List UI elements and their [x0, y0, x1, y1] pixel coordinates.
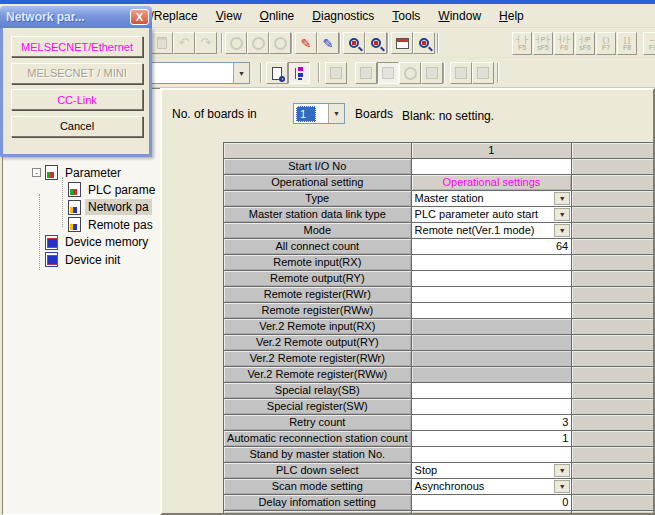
row-value-cell[interactable]: Asynchronous▼: [412, 479, 573, 495]
chevron-down-icon[interactable]: ▼: [554, 192, 570, 205]
row-value-cell[interactable]: Station information: [412, 511, 573, 515]
boards-row: No. of boards in 1 ▼ Boards Blank: no se…: [162, 102, 653, 126]
row-value-cell[interactable]: [412, 287, 573, 303]
menu-item-tools[interactable]: Tools: [383, 6, 429, 26]
boards-count-value[interactable]: 1: [296, 106, 316, 122]
row-value-cell[interactable]: Operational settings: [412, 175, 573, 191]
row-extra-cell: [572, 223, 655, 239]
dropdown-value[interactable]: PLC parameter auto start: [415, 208, 539, 220]
find-zoom-next-icon[interactable]: [365, 32, 387, 54]
dropdown-value[interactable]: Remote net(Ver.1 mode): [415, 224, 535, 236]
write-mode-icon[interactable]: ✎: [295, 32, 317, 54]
expand-minus-icon[interactable]: -: [32, 168, 41, 177]
chevron-down-icon[interactable]: ▼: [554, 208, 570, 221]
tree-item-label[interactable]: Device memory: [62, 234, 151, 250]
row-value-cell[interactable]: 0: [412, 495, 573, 511]
row-extra-cell: [572, 255, 655, 271]
row-value-cell[interactable]: 1: [412, 431, 573, 447]
row-value-cell[interactable]: Remote net(Ver.1 mode)▼: [412, 223, 573, 239]
sidebar-item-plc-parame[interactable]: PLC parame: [68, 181, 158, 198]
toolbar-separator: [318, 63, 320, 83]
insert-write-mode-icon[interactable]: ✎: [317, 32, 339, 54]
comment-window-icon[interactable]: [391, 32, 413, 54]
sidebar-item-network-pa[interactable]: Network pa: [68, 199, 152, 216]
row-value-cell[interactable]: Master station▼: [412, 191, 573, 207]
combobox-value[interactable]: [151, 63, 233, 83]
row-label: Remote output(RY): [224, 271, 412, 287]
row-value-cell[interactable]: [412, 303, 573, 319]
row-value-cell[interactable]: PLC parameter auto start▼: [412, 207, 573, 223]
menu-item-diagnostics[interactable]: Diagnostics: [303, 6, 383, 26]
boards-count-label: No. of boards in: [172, 107, 257, 121]
row-value-cell[interactable]: [412, 159, 573, 175]
dialog-title-bar[interactable]: Network par... X: [0, 6, 152, 28]
row-label: Retry count: [224, 415, 412, 431]
dropdown-value[interactable]: Asynchronous: [415, 480, 485, 492]
chevron-down-icon[interactable]: ▼: [554, 464, 570, 477]
row-value-cell[interactable]: [412, 255, 573, 271]
sidebar-item-device-init[interactable]: Device init: [32, 251, 123, 268]
doc-zoom-icon[interactable]: [266, 62, 288, 84]
link-cell-text[interactable]: Operational settings: [443, 176, 541, 188]
chevron-down-icon[interactable]: ▼: [328, 104, 344, 123]
row-value-cell[interactable]: 64: [412, 239, 573, 255]
find-device-globe-icon[interactable]: [413, 32, 435, 54]
tree-glyph: [293, 67, 306, 80]
table-row: Station information settingStation infor…: [224, 511, 655, 515]
menu-item-help[interactable]: Help: [490, 6, 533, 26]
monitor-cross-icon: [472, 62, 494, 84]
cell-value[interactable]: 3: [562, 416, 568, 428]
row-label: Remote register(RWw): [224, 303, 412, 319]
row-value-cell[interactable]: [412, 399, 573, 415]
cell-value[interactable]: 64: [556, 240, 568, 252]
row-value-cell[interactable]: [412, 383, 573, 399]
tree-item-label[interactable]: Remote pas: [85, 217, 156, 233]
tree-item-label[interactable]: Network pa: [85, 199, 152, 215]
table-row: Automatic reconnection station count1: [224, 431, 655, 447]
table-row: Scan mode settingAsynchronous▼: [224, 479, 655, 495]
tree-item-label[interactable]: PLC parame: [85, 182, 158, 198]
cancel-button[interactable]: Cancel: [11, 116, 143, 137]
cell-value[interactable]: 1: [562, 432, 568, 444]
fkey-button-f5: ┤ ├F5: [512, 32, 532, 55]
melsecnet-ethernet-button[interactable]: MELSECNET/Ethernet: [11, 36, 143, 57]
row-value-cell[interactable]: Stop▼: [412, 463, 573, 479]
fkey-button-f8: [ ]F8: [617, 32, 637, 55]
table-row: Ver.2 Remote register(RWw): [224, 367, 655, 383]
row-extra-cell: [572, 351, 655, 367]
chevron-down-icon[interactable]: ▼: [554, 224, 570, 237]
cell-value[interactable]: 0: [562, 496, 568, 508]
fkey-button-f9: —F9: [643, 32, 655, 55]
ladder-symbol-combobox[interactable]: ▼: [150, 62, 250, 84]
row-value-cell[interactable]: [412, 447, 573, 463]
dropdown-value[interactable]: Stop: [415, 464, 438, 476]
dropdown-value[interactable]: Master station: [415, 192, 484, 204]
chevron-down-icon[interactable]: ▼: [233, 63, 249, 83]
chevron-down-icon[interactable]: ▼: [554, 480, 570, 493]
project-tree-icon[interactable]: [288, 62, 310, 84]
remote-doc-icon: [68, 217, 81, 232]
row-label: Ver.2 Remote output(RY): [224, 335, 412, 351]
row-extra-cell: [572, 239, 655, 255]
toolbar-separator: [291, 33, 293, 53]
window-glyph: [396, 38, 409, 49]
row-value-cell[interactable]: 3: [412, 415, 573, 431]
undo-icon: ↶: [173, 32, 195, 54]
row-label: Special relay(SB): [224, 383, 412, 399]
row-value-cell[interactable]: [412, 271, 573, 287]
tree-item-label[interactable]: Device init: [62, 252, 123, 268]
menu-item-online[interactable]: Online: [251, 6, 304, 26]
sidebar-item-parameter[interactable]: -Parameter: [32, 164, 124, 181]
paste-icon: [151, 32, 173, 54]
close-icon[interactable]: X: [130, 9, 149, 25]
sidebar-item-device-memory[interactable]: Device memory: [32, 234, 151, 251]
circuit-monitor-icon: [399, 62, 421, 84]
row-label: Ver.2 Remote register(RWr): [224, 351, 412, 367]
find-zoom-icon[interactable]: [343, 32, 365, 54]
menu-item-window[interactable]: Window: [429, 6, 490, 26]
sidebar-item-remote-pas[interactable]: Remote pas: [68, 216, 156, 233]
boards-count-combobox[interactable]: 1 ▼: [293, 103, 345, 124]
cc-link-button[interactable]: CC-Link: [11, 89, 143, 110]
menu-item-view[interactable]: View: [207, 6, 251, 26]
tree-item-label[interactable]: Parameter: [62, 165, 124, 181]
